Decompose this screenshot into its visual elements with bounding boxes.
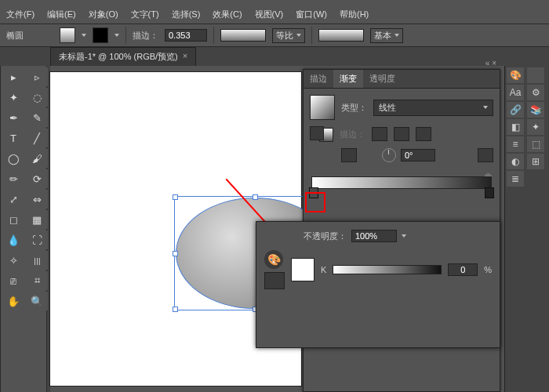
magic-wand-tool[interactable]: ✦ [2, 88, 24, 107]
character-panel-icon[interactable]: Aa [507, 85, 524, 100]
stroke-swatch[interactable] [93, 27, 108, 43]
gradient-ramp[interactable] [311, 176, 492, 189]
gradient-preview-swatch[interactable] [310, 95, 335, 120]
zoom-tool[interactable]: 🔍 [26, 292, 48, 310]
slice-tool[interactable]: ⌗ [26, 271, 48, 290]
pathfinder-panel-icon[interactable]: ⊞ [527, 154, 544, 169]
separator [125, 27, 126, 44]
color-picker-icon[interactable]: 🎨 [264, 250, 283, 269]
stroke-weight-value: 0.353 [169, 31, 191, 40]
fill-stroke-toggle[interactable] [310, 126, 324, 140]
menu-window[interactable]: 窗口(W) [289, 5, 333, 24]
line-tool[interactable]: ╱ [26, 129, 48, 147]
resize-handle[interactable] [173, 307, 178, 312]
scale-tool[interactable]: ⤢ [2, 190, 24, 209]
annotation-highlight [305, 192, 325, 212]
chevron-down-icon[interactable] [402, 234, 406, 238]
chevron-down-icon [296, 34, 301, 37]
separator [213, 27, 214, 44]
resize-handle[interactable] [173, 194, 178, 200]
menu-file[interactable]: 文件(F) [0, 5, 41, 24]
pencil-tool[interactable]: ✏ [2, 169, 24, 188]
gear-icon[interactable]: ⚙ [527, 85, 544, 100]
menu-select[interactable]: 选择(S) [165, 5, 207, 24]
right-panel-strip: 🎨 Aa ⚙ 🔗 📚 ◧ ✦ ≡ ⬚ ◐ ⊞ ≣ [504, 66, 549, 392]
symbol-tool[interactable]: ✧ [2, 251, 24, 270]
chevron-down-icon [483, 106, 488, 109]
stroke-mode-2[interactable] [394, 127, 409, 141]
libraries-panel-icon[interactable]: 📚 [527, 102, 544, 118]
add-anchor-tool[interactable]: ✎ [26, 108, 48, 127]
graph-tool[interactable]: ⫼ [26, 251, 48, 270]
gradient-stop-end[interactable] [485, 187, 494, 198]
k-channel-label: K [321, 265, 326, 274]
brush-dropdown[interactable]: 基本 [370, 28, 403, 43]
eyedropper-tool[interactable]: 💧 [2, 230, 24, 249]
menu-edit[interactable]: 编辑(E) [41, 5, 82, 24]
appearance-panel-icon[interactable]: ✦ [527, 119, 544, 135]
shape-builder-tool[interactable]: ◻ [2, 210, 24, 229]
aspect-dropdown[interactable] [478, 148, 493, 162]
k-slider[interactable] [333, 265, 442, 274]
close-icon[interactable]: × [183, 51, 187, 63]
fill-swatch[interactable] [60, 27, 75, 43]
stroke-weight-field[interactable]: 0.353 [165, 29, 207, 42]
pen-tool[interactable]: ✒ [2, 108, 24, 127]
document-tab[interactable]: 未标题-1* @ 100% (RGB/预览) × [50, 47, 196, 66]
profile-scale-dropdown[interactable]: 等比 [272, 28, 305, 43]
swatches-panel-icon[interactable]: ≣ [507, 171, 524, 187]
color-panel-icon[interactable]: 🎨 [507, 67, 524, 83]
lasso-tool[interactable]: ◌ [26, 88, 48, 107]
artboards-panel-icon[interactable]: ⬚ [527, 136, 544, 152]
profile-scale-label: 等比 [276, 30, 293, 42]
resize-handle[interactable] [253, 194, 258, 200]
selection-tool[interactable]: ▸ [2, 67, 24, 86]
tab-transparency[interactable]: 透明度 [363, 70, 402, 88]
stroke-mode-3[interactable] [416, 127, 431, 141]
direct-selection-tool[interactable]: ▹ [26, 67, 48, 86]
control-bar: 椭圆 描边： 0.353 等比 基本 [0, 24, 549, 47]
swatches-button[interactable] [264, 272, 285, 289]
hand-tool[interactable]: ✋ [2, 292, 24, 310]
type-tool[interactable]: T [2, 129, 24, 147]
artboard-tool[interactable]: ⎚ [2, 271, 24, 290]
panel-close-icon[interactable]: « × [485, 59, 496, 67]
gradient-type-dropdown[interactable]: 线性 [373, 100, 493, 116]
opacity-field[interactable]: 100% [351, 230, 397, 242]
app-frame: 文件(F) 编辑(E) 对象(O) 文字(T) 选择(S) 效果(C) 视图(V… [0, 0, 549, 392]
links-panel-icon[interactable]: 🔗 [507, 102, 524, 118]
stroke-dropdown-icon[interactable] [115, 34, 119, 37]
blend-tool[interactable]: ⛶ [26, 230, 48, 249]
rotate-tool[interactable]: ⟳ [26, 169, 48, 188]
toolbox: ▸ ▹ ✦ ◌ ✒ ✎ T ╱ ◯ 🖌 ✏ ⟳ ⤢ ⇔ ◻ ▦ 💧 ⛶ ✧ ⫼ [0, 66, 47, 392]
reverse-gradient-button[interactable] [341, 148, 357, 162]
tab-stroke[interactable]: 描边 [304, 70, 333, 88]
paintbrush-tool[interactable]: 🖌 [26, 149, 48, 168]
placeholder-icon[interactable] [527, 67, 544, 83]
brush-label: 基本 [374, 30, 391, 42]
menu-help[interactable]: 帮助(H) [333, 5, 375, 24]
menu-object[interactable]: 对象(O) [82, 5, 125, 24]
resize-handle[interactable] [173, 251, 178, 256]
angle-field[interactable]: 0° [401, 149, 435, 162]
width-tool[interactable]: ⇔ [26, 190, 48, 209]
gradient-tool[interactable]: ▦ [26, 210, 48, 229]
profile-preview[interactable] [220, 29, 266, 42]
gradient-stop-start[interactable] [309, 187, 318, 198]
transparency-panel-icon[interactable]: ◐ [507, 154, 524, 169]
stroke-weight-label: 描边： [133, 30, 158, 42]
menu-text[interactable]: 文字(T) [125, 5, 165, 24]
fill-dropdown-icon[interactable] [82, 34, 86, 37]
menu-effect[interactable]: 效果(C) [206, 5, 248, 24]
align-panel-icon[interactable]: ◧ [507, 119, 524, 135]
current-color-swatch[interactable] [291, 258, 314, 281]
workspace: ▸ ▹ ✦ ◌ ✒ ✎ T ╱ ◯ 🖌 ✏ ⟳ ⤢ ⇔ ◻ ▦ 💧 ⛶ ✧ ⫼ [0, 66, 549, 392]
stroke-mode-1[interactable] [372, 127, 387, 141]
layers-panel-icon[interactable]: ≡ [507, 136, 524, 152]
brush-preview[interactable] [318, 29, 364, 42]
tab-gradient[interactable]: 渐变 [333, 70, 363, 88]
menu-view[interactable]: 视图(V) [249, 5, 290, 24]
k-value-field[interactable]: 0 [448, 263, 478, 276]
ellipse-tool[interactable]: ◯ [2, 149, 24, 168]
angle-dial-icon[interactable] [382, 148, 396, 162]
